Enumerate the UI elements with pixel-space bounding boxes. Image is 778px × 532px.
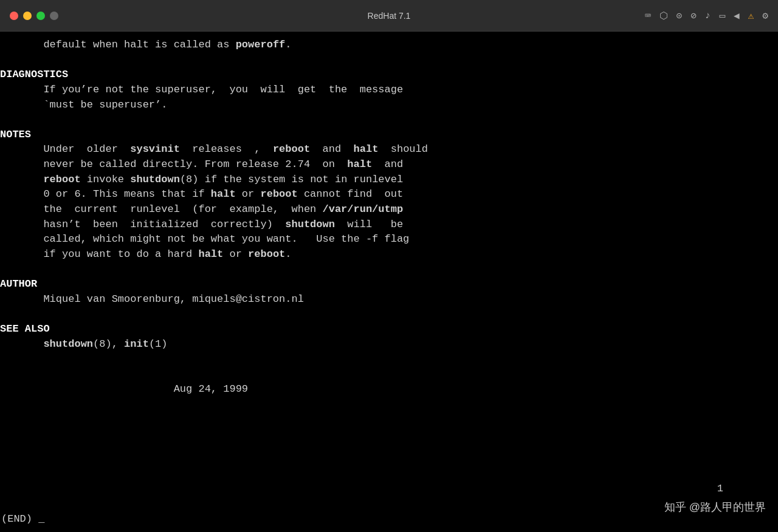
warning-icon: ⚠ — [748, 10, 754, 22]
inactive-button — [50, 12, 58, 20]
watermark: 知乎 @路人甲的世界 — [664, 499, 766, 515]
titlebar-icons: ⌨ ⬡ ⊙ ⊘ ♪ ▭ ◀ ⚠ ⚙ — [645, 10, 768, 22]
close-button[interactable] — [10, 12, 18, 20]
page-number: 1 — [717, 482, 723, 497]
terminal[interactable]: default when halt is called as poweroff.… — [0, 32, 778, 532]
terminal-content: default when halt is called as poweroff.… — [0, 32, 778, 397]
window-title: RedHat 7.1 — [368, 11, 411, 21]
cursor-icon: ⊘ — [690, 10, 697, 22]
cpu-icon: ⬡ — [659, 10, 668, 22]
end-marker: (END) _ — [0, 512, 44, 527]
settings-icon: ⚙ — [762, 10, 768, 22]
maximize-button[interactable] — [36, 12, 45, 20]
back-icon: ◀ — [734, 10, 740, 22]
volume-icon: ♪ — [705, 10, 711, 21]
titlebar: RedHat 7.1 ⌨ ⬡ ⊙ ⊘ ♪ ▭ ◀ ⚠ ⚙ — [0, 0, 778, 32]
window-controls — [10, 12, 58, 20]
minimize-button[interactable] — [23, 12, 32, 20]
keyboard-icon: ⌨ — [645, 10, 651, 22]
record-icon: ⊙ — [676, 10, 683, 22]
display-icon: ▭ — [719, 10, 725, 22]
